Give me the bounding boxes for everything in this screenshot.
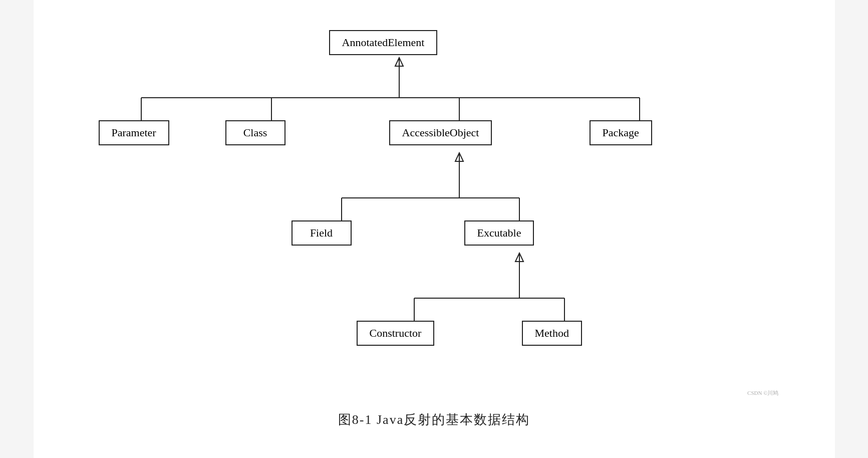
node-parameter: Parameter bbox=[99, 120, 169, 145]
diagram-area: AnnotatedElement Parameter Class Accessi… bbox=[84, 20, 785, 401]
svg-marker-11 bbox=[455, 153, 463, 161]
node-excutable: Excutable bbox=[464, 220, 534, 246]
diagram-container: AnnotatedElement Parameter Class Accessi… bbox=[34, 0, 835, 458]
diagram-caption: 图8-1 Java反射的基本数据结构 bbox=[338, 411, 530, 428]
node-class: Class bbox=[225, 120, 285, 145]
node-accessible-object: AccessibleObject bbox=[389, 120, 492, 145]
watermark: CSDN ©川鸠 bbox=[747, 389, 778, 397]
node-package: Package bbox=[590, 120, 652, 145]
node-annotated-element: AnnotatedElement bbox=[329, 30, 438, 55]
node-method: Method bbox=[522, 321, 582, 346]
svg-marker-16 bbox=[515, 253, 523, 262]
svg-marker-6 bbox=[395, 58, 403, 66]
node-field: Field bbox=[292, 220, 352, 246]
node-constructor: Constructor bbox=[357, 321, 435, 346]
